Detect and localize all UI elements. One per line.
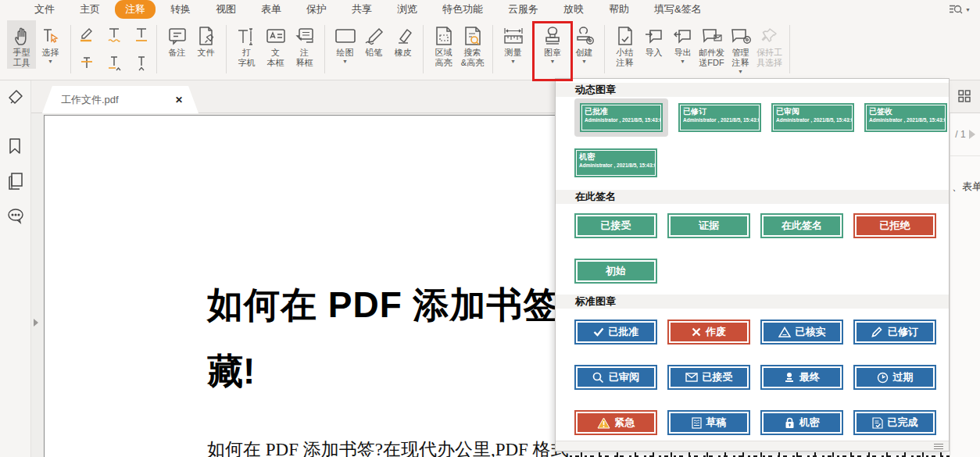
export-comments-label: 导出 [674,48,692,58]
menu-fill-sign[interactable]: 填写&签名 [642,1,714,18]
select-tool-label: 选择 [42,48,59,58]
panel-footer [556,441,949,451]
dynamic-stamp-approved[interactable]: 已批准 Administrator , 2021/8/5, 15:43:05 [580,103,663,132]
sign-stamp-witness[interactable]: 证据 [667,213,750,238]
sign-stamp-sign-here[interactable]: 在此签名 [760,213,843,238]
quick-eraser-icon[interactable] [6,80,25,113]
menu-file[interactable]: 文件 [22,1,67,18]
export-comments-button[interactable]: 导出 ▼ [668,20,697,65]
strikethrough-tool-icon[interactable] [75,51,98,74]
typewriter-icon [236,24,258,48]
hand-tool-label: 手型 工具 [13,48,30,68]
standard-stamp-confidential[interactable]: 机密 [760,410,843,435]
toolbar-divider [604,25,605,73]
summarize-comments-button[interactable]: 小结 注释 [610,20,639,69]
standard-stamp-verified[interactable]: 已核实 [760,320,843,345]
file-attachment-tool-button[interactable]: 文件 [191,20,220,59]
sign-stamp-accepted[interactable]: 已接受 [574,213,657,238]
standard-stamp-revised[interactable]: 已修订 [853,320,936,345]
pages-panel-icon[interactable] [6,171,25,191]
keep-tool-selected-button[interactable]: 保持工 具选择 [755,20,784,69]
navigation-sidebar [0,80,31,457]
menu-help[interactable]: 帮助 [596,1,642,18]
menu-form[interactable]: 表单 [249,1,294,18]
bookmarks-panel-icon[interactable] [6,137,25,155]
stamp-tool-button[interactable]: 图章 ▼ [535,20,570,65]
next-page-icon[interactable] [969,130,975,139]
menu-home[interactable]: 主页 [67,1,113,18]
dynamic-stamp-confidential[interactable]: 机密 Administrator , 2021/8/5, 15:43:05 [574,148,657,177]
menu-comment[interactable]: 注释 [115,0,156,19]
section-header-standard-stamps: 标准图章 [556,295,949,309]
dynamic-stamp-revised[interactable]: 已修订 Administrator , 2021/8/5, 15:43:05 [678,103,761,132]
menu-features[interactable]: 特色功能 [430,1,495,18]
replace-text-tool-icon[interactable] [102,51,126,74]
standard-stamp-expired[interactable]: 过期 [853,365,936,390]
typewriter-tool-button[interactable]: 打 字机 [232,20,261,69]
expand-panel-icon[interactable] [34,319,38,327]
standard-stamp-approved[interactable]: 已批准 [574,320,657,345]
measure-label: 测量 [505,48,522,58]
textbox-icon [265,24,287,48]
menu-protect[interactable]: 保护 [294,1,339,18]
manage-comments-button[interactable]: 管理 注释 ▼ [726,20,755,75]
area-highlight-icon [434,24,454,48]
textbox-label: 文 本框 [267,48,284,68]
chevron-down-icon: ▼ [680,59,685,64]
menu-present[interactable]: 放映 [551,1,596,18]
hand-tool-button[interactable]: 手型 工具 [7,20,36,69]
insert-text-tool-icon[interactable] [130,51,153,74]
standard-stamp-completed[interactable]: 已完成 [853,410,936,435]
comments-panel-icon[interactable] [6,207,25,226]
area-highlight-button[interactable]: 区域 高亮 [429,20,458,69]
toolbar-divider [789,25,790,73]
squiggly-underline-tool-icon[interactable] [102,23,126,46]
close-tab-icon[interactable]: ✕ [175,95,183,105]
section-header-sign-here: 在此签名 [556,190,949,204]
manage-comments-label: 管理 注释 [732,48,749,68]
menu-cloud[interactable]: 云服务 [495,1,551,18]
email-fdf-button[interactable]: 邮件发 送FDF [697,20,726,69]
section-header-dynamic-stamps: 动态图章 [556,83,949,97]
search-highlight-button[interactable]: 搜索 &高亮 [458,20,487,69]
sign-stamp-rejected[interactable]: 已拒绝 [853,213,936,238]
menu-convert[interactable]: 转换 [158,1,203,18]
menu-browse[interactable]: 浏览 [384,1,430,18]
import-comments-button[interactable]: 导入 [639,20,668,59]
standard-stamp-void[interactable]: 作废 [667,320,750,345]
textbox-tool-button[interactable]: 文 本框 [261,20,290,69]
standard-stamp-urgent[interactable]: 紧急 [574,410,657,435]
cross-icon [692,327,701,337]
callout-tool-button[interactable]: 注 释框 [290,20,319,69]
standard-stamp-reviewed[interactable]: 已审阅 [574,365,657,390]
magnifier-icon [592,372,604,384]
standard-stamp-draft[interactable]: 草稿 [667,410,750,435]
measure-tool-button[interactable]: 测量 ▼ [499,20,528,65]
select-cursor-icon [41,24,61,48]
dynamic-stamp-reviewed[interactable]: 已审阅 Administrator , 2021/8/5, 15:43:05 [771,103,854,132]
draw-tool-button[interactable]: 绘图 ▼ [331,20,359,65]
select-tool-button[interactable]: 选择 ▼ [36,20,65,65]
resize-grip-icon[interactable] [934,444,943,449]
highlight-tool-icon[interactable] [75,23,98,46]
dynamic-stamp-row: 机密 Administrator , 2021/8/5, 15:43:05 [574,148,657,177]
eraser-tool-button[interactable]: 橡皮 [388,20,417,59]
summarize-comments-label: 小结 注释 [617,48,634,68]
create-stamp-button[interactable]: 创建 ▼ [570,20,599,65]
standard-stamp-accepted[interactable]: 已接受 [667,365,750,390]
menu-view[interactable]: 视图 [203,1,249,18]
clipped-text-line [570,452,980,457]
note-tool-button[interactable]: 备注 [163,20,191,59]
underline-tool-icon[interactable] [130,23,153,46]
find-button[interactable]: ▼ [949,4,971,15]
grid-view-icon[interactable] [957,89,971,103]
menu-share[interactable]: 共享 [339,1,384,18]
standard-stamp-final[interactable]: 最终 [760,365,843,390]
document-tab[interactable]: 工作文件.pdf ✕ [42,86,199,113]
note-bubble-icon [166,24,188,48]
typewriter-label: 打 字机 [238,48,256,68]
dynamic-stamp-received[interactable]: 已签收 Administrator , 2021/8/5, 15:43:05 [864,103,947,132]
sign-stamp-initial[interactable]: 初始 [574,259,657,284]
chevron-down-icon: ▼ [510,59,516,64]
pencil-tool-button[interactable]: 铅笔 [359,20,388,59]
